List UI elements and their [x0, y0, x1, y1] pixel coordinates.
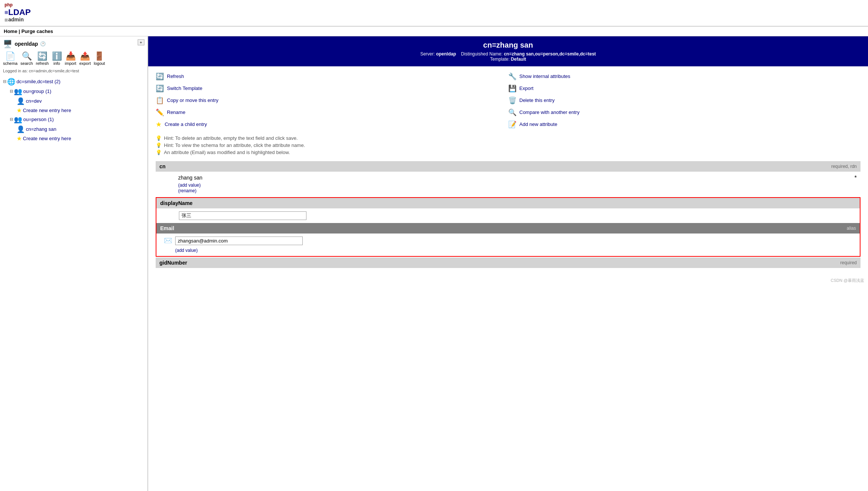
hint-icon-3: 💡	[156, 150, 162, 155]
export-icon: 💾	[508, 84, 517, 93]
logout-tool[interactable]: 🚪 logout	[94, 51, 105, 66]
export-tool[interactable]: 📤 export	[79, 51, 91, 66]
action-compare[interactable]: 🔍 Compare with another entry	[508, 108, 861, 117]
entry-title: cn=zhang san	[154, 41, 862, 49]
tree-label-person: ou=person (1)	[23, 117, 54, 122]
attr-cn: cn required, rdn zhang san (add value) (…	[156, 161, 860, 196]
tree-label-group: ou=group (1)	[23, 88, 51, 94]
attr-displayname-body	[156, 208, 860, 223]
action-show-internal[interactable]: 🔧 Show internal attributes	[508, 72, 861, 81]
attr-cn-tags: required, rdn	[831, 164, 857, 169]
tree-item-create-group[interactable]: ★ Create new entry here	[17, 106, 144, 115]
delete-icon: 🗑️	[508, 96, 517, 105]
attr-cn-links: (add value) (rename)	[178, 182, 203, 193]
refresh-icon: 🔄	[156, 72, 164, 81]
attr-displayname-header[interactable]: displayName	[156, 198, 860, 208]
cn-add-value-link[interactable]: (add value)	[178, 183, 201, 188]
action-copy-move[interactable]: 📋 Copy or move this entry	[156, 96, 508, 105]
attr-displayname-name: displayName	[160, 200, 192, 206]
attr-gidnumber-tags: required	[840, 260, 857, 265]
import-tool[interactable]: 📥 import	[65, 51, 77, 66]
template-label: Template:	[490, 57, 509, 62]
attr-cn-body: zhang san (add value) (rename) *	[156, 172, 860, 196]
create-child-icon: ★	[156, 120, 162, 129]
rename-icon: ✏️	[156, 108, 164, 117]
nav-separator: |	[19, 28, 21, 34]
attr-cn-name: cn	[159, 163, 165, 169]
watermark: CSDN @暴雨浅蓝	[148, 276, 868, 285]
search-tool[interactable]: 🔍 search	[21, 51, 33, 66]
action-export[interactable]: 💾 Export	[508, 84, 861, 93]
email-add-value-link[interactable]: (add value)	[175, 248, 198, 253]
attr-displayname: displayName	[156, 198, 860, 223]
refresh-tool[interactable]: 🔄 refresh	[36, 51, 49, 66]
show-internal-icon: 🔧	[508, 72, 517, 81]
highlighted-attrs: displayName Email alias ✉️	[156, 197, 860, 257]
sidebar-tools: 📄 schema 🔍 search 🔄 refresh ℹ️ info 📥 im…	[3, 51, 144, 66]
server-header: 🖥️ openldap 🕐	[3, 39, 144, 48]
attr-email-header[interactable]: Email alias	[156, 223, 860, 234]
hints: 💡 Hint: To delete an attribute, empty th…	[148, 135, 868, 161]
add-attr-icon: 📝	[508, 120, 517, 129]
tree-item-zhangsan[interactable]: 👤 cn=zhang san	[17, 124, 144, 134]
logo: php ⊞ LDAP ⊞ admin	[5, 3, 31, 23]
action-refresh[interactable]: 🔄 Refresh	[156, 72, 508, 81]
title-bar: cn=zhang san Server: openldap Distinguis…	[148, 36, 868, 66]
hint-3: 💡 An attribute (Email) was modified and …	[156, 150, 860, 155]
email-input[interactable]	[175, 237, 303, 245]
cn-rename-link[interactable]: (rename)	[178, 188, 197, 193]
compare-icon: 🔍	[508, 108, 517, 117]
copy-move-icon: 📋	[156, 96, 164, 105]
hint-icon-2: 💡	[156, 142, 162, 148]
tree-label-zhangsan: cn=zhang san	[26, 126, 56, 132]
tree-item-create-person[interactable]: ★ Create new entry here	[17, 134, 144, 143]
info-tool[interactable]: ℹ️ info	[52, 51, 62, 66]
attr-email: Email alias ✉️ (add value)	[156, 223, 860, 256]
tree-label-cndev: cn=dev	[26, 98, 42, 104]
entry-subtitle: Server: openldap Distinguished Name: cn=…	[154, 51, 862, 62]
tree: ⊟ 🌐 dc=smile,dc=test (2) ⊟ 👥 ou=group (1…	[3, 77, 144, 143]
action-create-child[interactable]: ★ Create a child entry	[156, 120, 508, 129]
action-switch-template[interactable]: 🔄 Switch Template	[156, 84, 508, 93]
hint-1: 💡 Hint: To delete an attribute, empty th…	[156, 135, 860, 141]
tree-label-root: dc=smile,dc=test (2)	[17, 79, 60, 84]
server-value: openldap	[436, 51, 456, 57]
attributes-section: cn required, rdn zhang san (add value) (…	[148, 161, 868, 276]
cn-required-star: *	[854, 175, 857, 181]
attr-gidnumber-header[interactable]: gidNumber required	[156, 257, 860, 268]
attr-email-body: ✉️ (add value)	[156, 234, 860, 256]
attr-cn-header[interactable]: cn required, rdn	[156, 161, 860, 172]
tree-label-create-person: Create new entry here	[23, 136, 71, 141]
server-name: openldap	[15, 41, 38, 47]
action-rename[interactable]: ✏️ Rename	[156, 108, 508, 117]
server-label: Server:	[420, 51, 435, 57]
attr-email-tags: alias	[847, 226, 856, 231]
tree-item-person[interactable]: ⊟ 👥 ou=person (1)	[10, 115, 144, 124]
email-icon: ✉️	[164, 237, 172, 245]
tree-label-create-group: Create new entry here	[23, 108, 71, 113]
attr-cn-value: zhang san	[178, 175, 203, 181]
action-add-attr[interactable]: 📝 Add new attribute	[508, 120, 861, 129]
actions-right: 🔧 Show internal attributes 💾 Export 🗑️ D…	[508, 72, 861, 132]
template-value: Default	[511, 57, 526, 62]
expand-button[interactable]: +	[138, 39, 144, 45]
tree-item-group[interactable]: ⊟ 👥 ou=group (1)	[10, 87, 144, 96]
attr-email-name: Email	[160, 225, 174, 231]
tree-item-root[interactable]: ⊟ 🌐 dc=smile,dc=test (2)	[3, 77, 144, 87]
login-info: Logged in as: cn=admin,dc=smile,dc=test	[3, 69, 144, 73]
attr-gidnumber-name: gidNumber	[159, 260, 187, 266]
home-link[interactable]: Home	[4, 28, 17, 34]
schema-tool[interactable]: 📄 schema	[3, 51, 18, 66]
tree-item-cndev[interactable]: 👤 cn=dev	[17, 96, 144, 106]
dn-value: cn=zhang san,ou=person,dc=smile,dc=test	[504, 51, 596, 57]
hint-icon-1: 💡	[156, 135, 162, 141]
dn-label: Distinguished Name:	[461, 51, 503, 57]
attr-gidnumber: gidNumber required	[156, 257, 860, 268]
switch-template-icon: 🔄	[156, 84, 164, 93]
displayname-input[interactable]	[179, 211, 306, 220]
action-delete[interactable]: 🗑️ Delete this entry	[508, 96, 861, 105]
actions-left: 🔄 Refresh 🔄 Switch Template 📋 Copy or mo…	[156, 72, 508, 132]
top-nav: Home | Purge caches	[0, 27, 868, 36]
purge-link[interactable]: Purge caches	[21, 28, 53, 34]
hint-2: 💡 Hint: To view the schema for an attrib…	[156, 142, 860, 148]
